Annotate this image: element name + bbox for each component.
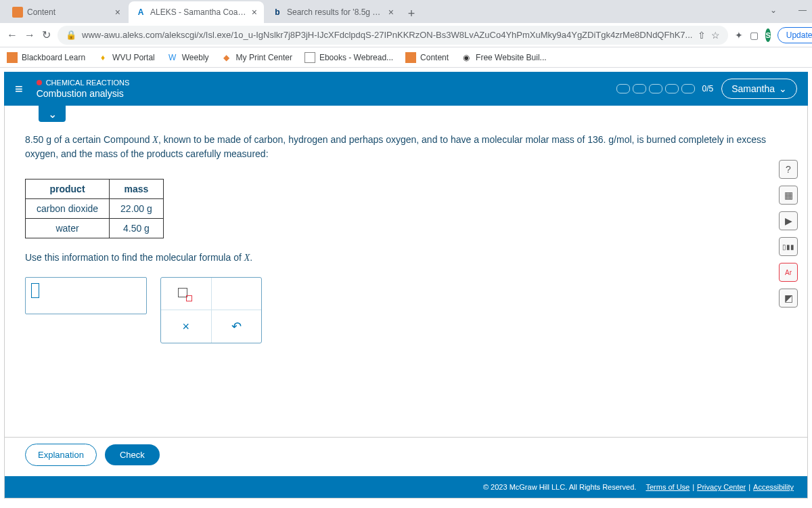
update-button[interactable]: Update — [777, 27, 812, 43]
bookmark-ebooks[interactable]: Ebooks - Webread... — [304, 52, 393, 63]
explanation-button[interactable]: Explanation — [25, 444, 97, 466]
right-toolbar: ? ▦ ▶ ▯▮▮ Ar ◩ — [779, 160, 798, 308]
menu-icon[interactable]: ≡ — [15, 81, 23, 97]
category-label: CHEMICAL REACTIONS — [37, 79, 617, 87]
table-cell: 22.00 g — [110, 199, 164, 219]
table-cell: water — [26, 219, 110, 238]
star-icon[interactable]: ☆ — [711, 30, 720, 41]
address-bar: ← → ↻ 🔒 www-awu.aleks.com/alekscgi/x/Isl… — [0, 23, 812, 47]
tab-icon: b — [272, 7, 283, 18]
url-input[interactable]: 🔒 www-awu.aleks.com/alekscgi/x/Isl.exe/1… — [58, 26, 728, 45]
extension-icon[interactable]: ✦ — [735, 30, 743, 41]
red-dot-icon — [37, 80, 42, 85]
close-icon[interactable]: × — [388, 7, 394, 18]
bookmark-blackboard[interactable]: Blackboard Learn — [7, 52, 85, 63]
tip-button[interactable]: ◩ — [779, 289, 798, 308]
help-button[interactable]: ? — [779, 160, 798, 179]
tab-search[interactable]: b Search results for '8.5g of a ce × — [265, 1, 401, 23]
bookmark-icon: ◆ — [221, 52, 232, 63]
bookmark-content[interactable]: Content — [405, 52, 449, 63]
close-icon[interactable]: × — [252, 7, 257, 18]
problem-text: 8.50 g of a certain Compound X, known to… — [5, 122, 807, 172]
close-icon[interactable]: × — [115, 7, 120, 18]
progress-box — [681, 84, 695, 93]
lock-icon: 🔒 — [66, 30, 76, 40]
terms-link[interactable]: Terms of Use — [646, 483, 690, 491]
data-table: productmass carbon dioxide22.00 g water4… — [25, 179, 164, 238]
table-header: product — [26, 179, 110, 199]
bookmark-icon: ◉ — [461, 52, 472, 63]
bookmark-icon — [304, 52, 315, 63]
aleks-header: ≡ CHEMICAL REACTIONS Combustion analysis… — [4, 72, 808, 106]
window-icon[interactable]: ▢ — [750, 30, 759, 41]
minimize-icon[interactable]: — — [798, 5, 807, 15]
bookmark-weebly[interactable]: WWeebly — [167, 52, 209, 63]
subscript-tool[interactable] — [161, 278, 212, 310]
progress-box — [665, 84, 679, 93]
new-tab-button[interactable]: + — [402, 4, 421, 23]
tab-content[interactable]: Content × — [5, 1, 127, 23]
footer: © 2023 McGraw Hill LLC. All Rights Reser… — [5, 476, 807, 498]
browser-tab-bar: Content × A ALEKS - Samantha Coates - Le… — [0, 0, 812, 23]
bookmark-icon — [405, 52, 416, 63]
privacy-link[interactable]: Privacy Center — [697, 483, 746, 491]
clear-tool[interactable]: × — [161, 310, 212, 343]
tab-title: ALEKS - Samantha Coates - Le — [150, 7, 248, 17]
tab-title: Search results for '8.5g of a ce — [287, 7, 384, 17]
progress-count: 0/5 — [702, 84, 713, 93]
bookmark-icon — [7, 52, 18, 63]
progress-box — [649, 84, 662, 93]
tab-title: Content — [27, 7, 111, 17]
tool-palette: × ↶ — [160, 277, 262, 343]
chevron-down-icon[interactable]: ⌄ — [770, 5, 777, 15]
topic-label: Combustion analysis — [37, 88, 617, 99]
bookmark-print[interactable]: ◆My Print Center — [221, 52, 292, 63]
calculator-button[interactable]: ▦ — [779, 186, 798, 205]
bookmark-icon: ♦ — [97, 52, 108, 63]
progress-box — [633, 84, 646, 93]
periodic-table-button[interactable]: Ar — [779, 263, 798, 282]
profile-icon[interactable]: S — [765, 28, 770, 42]
copyright-text: © 2023 McGraw Hill LLC. All Rights Reser… — [483, 483, 636, 491]
data-button[interactable]: ▯▮▮ — [779, 237, 798, 256]
bookmark-freewebsite[interactable]: ◉Free Website Buil... — [461, 52, 546, 63]
user-menu[interactable]: Samantha ⌄ — [721, 79, 797, 99]
bookmarks-bar: Blackboard Learn ♦WVU Portal WWeebly ◆My… — [0, 47, 812, 68]
forward-button[interactable]: → — [24, 29, 35, 41]
progress-box — [616, 84, 630, 93]
bottom-bar: Explanation Check — [5, 437, 807, 472]
chevron-down-icon: ⌄ — [779, 83, 787, 94]
tool-empty — [212, 278, 262, 310]
instruction-text: Use this information to find the molecul… — [5, 245, 807, 270]
tab-aleks[interactable]: A ALEKS - Samantha Coates - Le × — [129, 1, 264, 23]
tab-icon — [12, 7, 23, 18]
header-titles: CHEMICAL REACTIONS Combustion analysis — [37, 79, 617, 99]
table-cell: 4.50 g — [110, 219, 164, 238]
dropdown-tab[interactable]: ⌄ — [39, 106, 66, 122]
accessibility-link[interactable]: Accessibility — [753, 483, 794, 491]
cursor-icon — [31, 283, 39, 298]
table-cell: carbon dioxide — [26, 199, 110, 219]
check-button[interactable]: Check — [105, 444, 160, 465]
video-button[interactable]: ▶ — [779, 211, 798, 230]
back-button[interactable]: ← — [7, 29, 18, 41]
content-area: ⌄ 8.50 g of a certain Compound X, known … — [4, 106, 808, 499]
bookmark-icon: W — [167, 52, 178, 63]
tab-icon: A — [135, 7, 146, 18]
answer-input[interactable] — [25, 277, 147, 314]
window-controls: ⌄ — — [770, 5, 807, 15]
reload-button[interactable]: ↻ — [42, 28, 51, 41]
table-header: mass — [110, 179, 164, 199]
bookmark-wvu[interactable]: ♦WVU Portal — [97, 52, 155, 63]
undo-tool[interactable]: ↶ — [212, 310, 262, 343]
url-text: www-awu.aleks.com/alekscgi/x/Isl.exe/1o_… — [82, 30, 692, 40]
share-icon[interactable]: ⇧ — [698, 30, 706, 41]
progress-indicator: 0/5 — [616, 84, 713, 93]
answer-row: × ↶ — [5, 270, 807, 350]
